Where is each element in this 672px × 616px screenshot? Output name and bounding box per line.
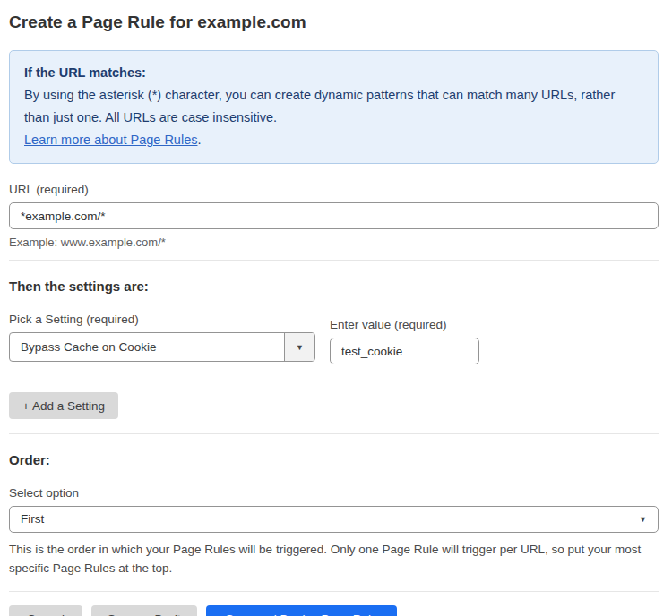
order-select-label: Select option — [9, 486, 659, 500]
link-suffix: . — [197, 133, 201, 147]
setting-dropdown-value: Bypass Cache on Cookie — [10, 333, 284, 361]
save-as-draft-button[interactable]: Save as Draft — [91, 605, 197, 616]
settings-section-heading: Then the settings are: — [9, 278, 659, 294]
setting-dropdown[interactable]: Bypass Cache on Cookie ▼ — [9, 332, 315, 362]
divider — [9, 260, 659, 261]
url-label: URL (required) — [9, 183, 659, 196]
setting-dropdown-button[interactable]: ▼ — [284, 333, 314, 361]
learn-more-link[interactable]: Learn more about Page Rules — [24, 133, 197, 147]
pick-setting-label: Pick a Setting (required) — [9, 312, 315, 326]
order-select[interactable]: First ▼ — [9, 506, 659, 533]
order-select-value: First — [10, 507, 658, 532]
chevron-down-icon: ▼ — [296, 343, 304, 352]
order-helper-text: This is the order in which your Page Rul… — [9, 540, 654, 578]
setting-picker-column: Pick a Setting (required) Bypass Cache o… — [9, 294, 315, 364]
enter-value-label: Enter value (required) — [330, 318, 479, 331]
url-input[interactable] — [9, 202, 659, 229]
order-section-heading: Order: — [9, 452, 659, 467]
divider — [9, 433, 659, 434]
divider — [9, 591, 659, 592]
cancel-button[interactable]: Cancel — [9, 605, 82, 616]
page-title: Create a Page Rule for example.com — [9, 13, 659, 32]
url-match-info-box: If the URL matches: By using the asteris… — [9, 50, 659, 164]
info-box-heading: If the URL matches: — [24, 62, 643, 84]
settings-row: Pick a Setting (required) Bypass Cache o… — [9, 294, 659, 364]
add-setting-button[interactable]: + Add a Setting — [9, 392, 118, 419]
url-helper-text: Example: www.example.com/* — [9, 235, 659, 249]
chevron-down-icon: ▼ — [639, 507, 647, 532]
setting-value-column: Enter value (required) — [330, 294, 479, 364]
info-box-body: By using the asterisk (*) character, you… — [24, 84, 643, 129]
setting-value-input[interactable] — [330, 338, 479, 364]
info-box-link-line: Learn more about Page Rules. — [24, 129, 643, 151]
actions-row: Cancel Save as Draft Save and Deploy Pag… — [9, 605, 659, 616]
save-and-deploy-button[interactable]: Save and Deploy Page Rule — [206, 605, 398, 616]
